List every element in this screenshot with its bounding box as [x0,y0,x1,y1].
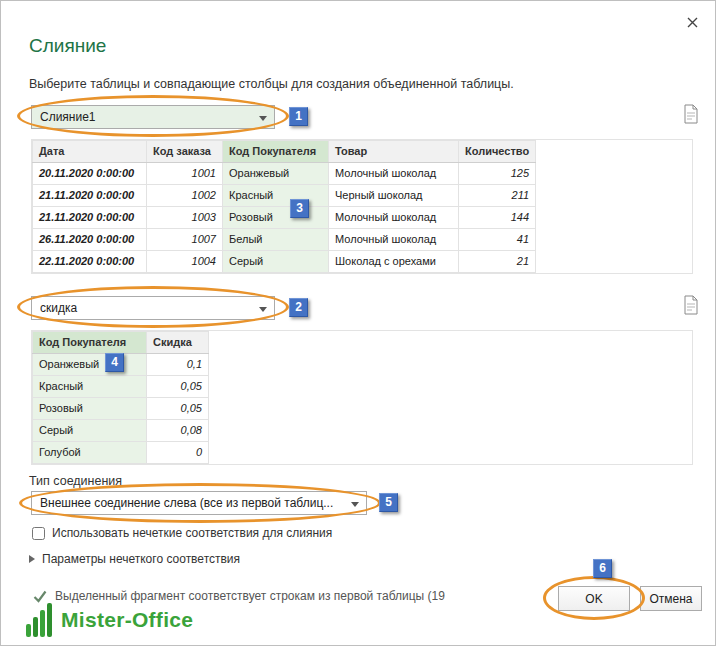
table-cell: 21.11.2020 0:00:00 [33,185,147,207]
column-header[interactable]: Дата [33,141,147,163]
fuzzy-matching-label: Использовать нечеткие соответствия для с… [52,526,332,540]
table-row: 21.11.2020 0:00:001003РозовыйМолочный шо… [33,207,536,229]
table-cell: 1003 [147,207,223,229]
dialog-subtitle: Выберите таблицы и совпадающие столбцы д… [29,77,514,91]
mister-office-logo: Mister-Office [25,602,193,638]
table-cell: 0,08 [147,420,209,442]
table-cell: 1001 [147,163,223,185]
table-cell: 211 [459,185,536,207]
second-table-preview: Код ПокупателяСкидка Оранжевый0,1Красный… [31,330,693,465]
cancel-button[interactable]: Отмена [640,586,702,611]
join-type-select[interactable]: Внешнее соединение слева (все из первой … [31,491,367,515]
table-row: 21.11.2020 0:00:001002КрасныйЧерный шоко… [33,185,536,207]
table-cell: 1004 [147,251,223,273]
table-cell: Розовый [223,207,329,229]
column-header[interactable]: Скидка [147,332,209,354]
second-table-select-value: скидка [40,301,252,315]
match-status: Выделенный фрагмент соответствует строка… [33,589,541,603]
table-cell: Красный [223,185,329,207]
second-table-select[interactable]: скидка [31,296,275,320]
chevron-down-icon [259,116,267,121]
fuzzy-options-label: Параметры нечеткого соответствия [42,552,240,566]
table-cell: Шоколад с орехами [329,251,459,273]
table-row: 20.11.2020 0:00:001001ОранжевыйМолочный … [33,163,536,185]
ok-button[interactable]: OK [558,586,630,611]
table-cell: Оранжевый [223,163,329,185]
table-row: 22.11.2020 0:00:001004СерыйШоколад с оре… [33,251,536,273]
column-header[interactable]: Товар [329,141,459,163]
table-cell: Молочный шоколад [329,163,459,185]
table-cell: Молочный шоколад [329,207,459,229]
table-cell: 41 [459,229,536,251]
chevron-down-icon [259,307,267,312]
table-row: 26.11.2020 0:00:001007БелыйМолочный шоко… [33,229,536,251]
table-cell: 21.11.2020 0:00:00 [33,207,147,229]
table-cell: 21 [459,251,536,273]
table-cell: Молочный шоколад [329,229,459,251]
annotation-badge-4: 4 [105,353,124,372]
first-table-preview: ДатаКод заказаКод ПокупателяТоварКоличес… [31,139,693,274]
first-table: ДатаКод заказаКод ПокупателяТоварКоличес… [32,140,536,273]
table-cell: 0 [147,442,209,464]
second-table: Код ПокупателяСкидка Оранжевый0,1Красный… [32,331,209,464]
header-row: Код ПокупателяСкидка [33,332,209,354]
table-cell: 20.11.2020 0:00:00 [33,163,147,185]
table-cell: 144 [459,207,536,229]
column-header[interactable]: Код Покупателя [223,141,329,163]
annotation-badge-5: 5 [379,493,398,512]
match-status-text: Выделенный фрагмент соответствует строка… [55,589,541,603]
column-header[interactable]: Код заказа [147,141,223,163]
annotation-badge-1: 1 [289,107,308,126]
table-row: Голубой0 [33,442,209,464]
table-cell: 1002 [147,185,223,207]
table-cell: Оранжевый [33,354,147,376]
chevron-down-icon [351,502,359,507]
first-table-select-value: Слияние1 [40,110,252,124]
table-cell: 0,1 [147,354,209,376]
merge-dialog: Слияние Выберите таблицы и совпадающие с… [0,0,716,646]
annotation-badge-3: 3 [290,199,309,218]
annotation-badge-2: 2 [289,298,308,317]
table-cell: 22.11.2020 0:00:00 [33,251,147,273]
annotation-badge-6: 6 [593,559,612,578]
bar-chart-icon [25,602,55,638]
table-row: Серый0,08 [33,420,209,442]
table-cell: Голубой [33,442,147,464]
table-cell: Серый [223,251,329,273]
logo-text: Mister-Office [61,602,193,638]
header-row: ДатаКод заказаКод ПокупателяТоварКоличес… [33,141,536,163]
expander-triangle-icon [29,555,35,563]
table-cell: Розовый [33,398,147,420]
table-cell: Красный [33,376,147,398]
close-icon[interactable] [683,13,701,31]
column-header[interactable]: Код Покупателя [33,332,147,354]
table-cell: Черный шоколад [329,185,459,207]
dialog-title: Слияние [29,35,106,57]
table-row: Красный0,05 [33,376,209,398]
table-cell: 0,05 [147,376,209,398]
checkmark-icon [33,590,47,603]
table-cell: 125 [459,163,536,185]
table-cell: 26.11.2020 0:00:00 [33,229,147,251]
table-cell: Серый [33,420,147,442]
refresh-preview-icon[interactable] [682,295,702,317]
fuzzy-options-expander[interactable]: Параметры нечеткого соответствия [29,552,240,566]
first-table-select[interactable]: Слияние1 [31,105,275,129]
join-type-select-value: Внешнее соединение слева (все из первой … [40,496,344,510]
refresh-preview-icon[interactable] [682,104,702,126]
join-type-label: Тип соединения [29,474,122,488]
table-cell: 1007 [147,229,223,251]
fuzzy-matching-checkbox[interactable] [32,527,45,540]
table-cell: Белый [223,229,329,251]
column-header[interactable]: Количество [459,141,536,163]
table-row: Розовый0,05 [33,398,209,420]
table-cell: 0,05 [147,398,209,420]
